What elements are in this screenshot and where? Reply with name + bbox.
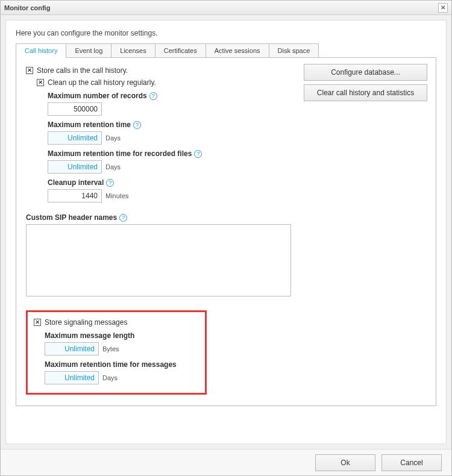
titlebar: Monitor config ✕: [1, 1, 451, 15]
max-msg-length-input[interactable]: [45, 342, 99, 355]
dialog-window: Monitor config ✕ Here you can configure …: [0, 0, 452, 476]
dialog-body: Here you can configure the monitor setti…: [5, 20, 447, 444]
max-retention-unit: Days: [105, 134, 121, 142]
max-records-label: Maximum number of records: [48, 92, 147, 100]
max-retention-field: Maximum retention time ? Days: [48, 121, 426, 145]
tab-event-log[interactable]: Event log: [66, 43, 111, 57]
dialog-footer: Ok Cancel: [1, 449, 451, 475]
intro-text: Here you can configure the monitor setti…: [16, 29, 436, 37]
help-icon[interactable]: ?: [194, 150, 202, 158]
tab-call-history[interactable]: Call history: [16, 43, 66, 58]
msg-retention-field: Maximum retention time for messages Days: [45, 360, 199, 384]
tab-active-sessions[interactable]: Active sessions: [206, 43, 269, 57]
max-retention-files-input[interactable]: [48, 160, 102, 174]
tab-panel-call-history: Configure database... Clear call history…: [16, 58, 436, 406]
tab-certificates[interactable]: Certificates: [155, 43, 206, 57]
max-msg-length-field: Maximum message length Bytes: [45, 331, 199, 355]
configure-database-button[interactable]: Configure database...: [304, 64, 427, 81]
tab-licenses[interactable]: Licenses: [111, 43, 155, 57]
clear-history-button[interactable]: Clear call history and statistics: [304, 84, 427, 101]
help-icon[interactable]: ?: [106, 179, 114, 187]
max-records-input[interactable]: [48, 102, 102, 116]
side-buttons: Configure database... Clear call history…: [304, 64, 427, 105]
max-retention-files-unit: Days: [105, 163, 121, 171]
max-retention-label: Maximum retention time: [48, 121, 131, 129]
custom-sip-field: Custom SIP header names ?: [26, 213, 426, 298]
cleanup-interval-field: Cleanup interval ? Minutes: [48, 178, 426, 202]
store-signaling-label: Store signaling messages: [45, 318, 127, 327]
cleanup-checkbox[interactable]: ✕: [37, 79, 44, 86]
tab-bar: Call history Event log Licenses Certific…: [16, 43, 436, 58]
max-msg-length-unit: Bytes: [102, 345, 119, 352]
cleanup-interval-input[interactable]: [48, 189, 102, 202]
close-icon[interactable]: ✕: [438, 3, 448, 13]
max-retention-files-field: Maximum retention time for recorded file…: [48, 149, 426, 174]
store-calls-checkbox[interactable]: ✕: [26, 67, 33, 74]
ok-button[interactable]: Ok: [315, 454, 375, 471]
cleanup-label: Clean up the call history regularly.: [48, 78, 156, 87]
custom-sip-label: Custom SIP header names: [26, 213, 117, 222]
msg-retention-label: Maximum retention time for messages: [45, 360, 177, 369]
store-calls-label: Store calls in the call history.: [37, 66, 128, 75]
cleanup-interval-label: Cleanup interval: [48, 178, 104, 187]
cleanup-interval-unit: Minutes: [105, 192, 129, 199]
store-signaling-checkbox[interactable]: ✕: [34, 319, 41, 326]
help-icon[interactable]: ?: [133, 121, 141, 129]
max-retention-files-label: Maximum retention time for recorded file…: [48, 149, 192, 158]
max-msg-length-label: Maximum message length: [45, 331, 134, 340]
help-icon[interactable]: ?: [149, 92, 157, 100]
msg-retention-unit: Days: [102, 374, 118, 381]
help-icon[interactable]: ?: [119, 214, 127, 222]
msg-retention-input[interactable]: [45, 371, 99, 384]
cancel-button[interactable]: Cancel: [381, 454, 442, 471]
window-title: Monitor config: [4, 4, 50, 11]
max-retention-input[interactable]: [48, 131, 102, 145]
store-signaling-row: ✕ Store signaling messages: [34, 318, 199, 327]
tab-disk-space[interactable]: Disk space: [269, 43, 319, 57]
custom-sip-textarea[interactable]: [26, 224, 291, 296]
signaling-section: ✕ Store signaling messages Maximum messa…: [26, 310, 207, 395]
